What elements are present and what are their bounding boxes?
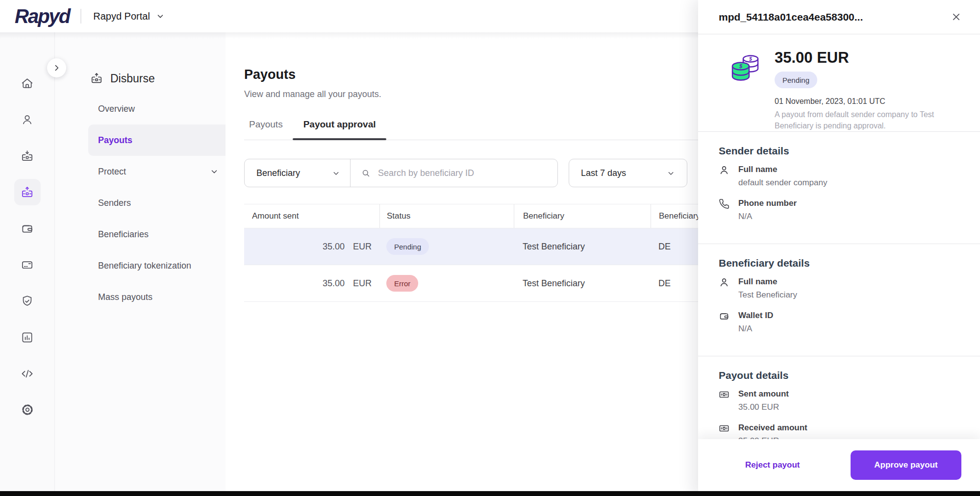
column-header-beneficiary: Beneficiary <box>514 204 651 228</box>
date-range-dropdown[interactable]: Last 7 days <box>569 159 687 187</box>
menu-item-payouts[interactable]: Payouts <box>88 124 230 156</box>
detail-item: Phone number N/A <box>719 198 959 222</box>
section-heading: Payout details <box>719 369 959 382</box>
menu-item-label: Senders <box>98 198 131 208</box>
status-badge: Error <box>386 275 418 292</box>
menu-item-senders[interactable]: Senders <box>88 187 230 219</box>
menu-header: Disburse <box>55 70 226 87</box>
menu-item-overview[interactable]: Overview <box>88 93 230 124</box>
search-input[interactable] <box>377 168 547 179</box>
sidebar-item-analytics[interactable] <box>0 319 54 355</box>
close-icon <box>951 12 961 22</box>
payout-summary: $ $ 35.00 EUR Pending 01 November, 2023,… <box>698 34 980 131</box>
date-range-value: Last 7 days <box>581 168 626 178</box>
panel-footer: Reject payout Approve payout <box>698 439 980 491</box>
payout-description: A payout from default sender company to … <box>775 109 959 131</box>
menu-item-mass-payouts[interactable]: Mass payouts <box>88 281 230 313</box>
menu-item-label: Beneficiary tokenization <box>98 261 191 271</box>
detail-value: N/A <box>738 211 797 222</box>
header-divider <box>80 9 81 24</box>
amount-cell: 35.00 EUR <box>244 278 379 289</box>
sidebar-item-disburse[interactable] <box>0 174 54 210</box>
portal-label: Rapyd Portal <box>93 11 150 22</box>
status-cell: Pending <box>379 238 514 255</box>
payout-amount: 35.00 EUR <box>775 49 959 67</box>
menu-item-beneficiaries[interactable]: Beneficiaries <box>88 219 230 250</box>
detail-label: Received amount <box>738 422 807 433</box>
currency-code: EUR <box>353 278 372 289</box>
card-icon <box>21 258 34 272</box>
portal-switcher[interactable]: Rapyd Portal <box>93 11 165 22</box>
search-category-dropdown[interactable]: Beneficiary <box>245 159 351 187</box>
menu-title: Disburse <box>110 72 155 85</box>
detail-item: Full name Test Beneficiary <box>719 276 959 300</box>
status-badge: Pending <box>386 238 429 255</box>
sidebar-item-customers[interactable] <box>0 101 54 138</box>
menu-item-beneficiary-tokenization[interactable]: Beneficiary tokenization <box>88 250 230 281</box>
menu-item-protect[interactable]: Protect <box>88 156 230 187</box>
tab-payouts[interactable]: Payouts <box>249 119 283 140</box>
disburse-menu: Disburse Overview Payouts Protect Sender… <box>55 32 226 496</box>
tab-payout-approval[interactable]: Payout approval <box>303 119 376 140</box>
menu-item-label: Overview <box>98 104 135 114</box>
screen-bottom-edge <box>0 491 980 496</box>
detail-value: 35.00 EUR <box>738 402 789 413</box>
detail-label: Phone number <box>738 198 797 209</box>
section-heading: Sender details <box>719 145 959 157</box>
reject-payout-button[interactable]: Reject payout <box>742 460 803 471</box>
sidebar-item-cards[interactable] <box>0 247 54 283</box>
developers-code-icon <box>21 367 34 380</box>
detail-label: Sent amount <box>738 389 789 399</box>
analytics-icon <box>21 331 34 344</box>
sidebar-item-collect[interactable] <box>0 138 54 174</box>
column-header-status: Status <box>379 204 514 228</box>
amount-value: 35.00 <box>323 242 345 252</box>
rapyd-logo: Rapyd <box>15 5 80 27</box>
user-icon <box>719 165 729 188</box>
section-heading: Beneficiary details <box>719 257 959 270</box>
menu-item-label: Protect <box>98 167 126 177</box>
sidebar-item-home[interactable] <box>0 65 54 101</box>
beneficiary-cell: Test Beneficiary <box>514 278 651 289</box>
detail-item: Wallet ID N/A <box>719 310 959 334</box>
approve-payout-button[interactable]: Approve payout <box>851 450 961 480</box>
phone-icon <box>719 198 729 222</box>
menu-item-label: Payouts <box>98 135 132 146</box>
search-filter-group: Beneficiary <box>244 159 558 187</box>
sidebar-item-wallet[interactable] <box>0 210 54 247</box>
sidebar-item-developers[interactable] <box>0 355 54 392</box>
disburse-icon <box>90 72 103 85</box>
detail-item: Full name default sender company <box>719 164 959 188</box>
chevron-down-icon <box>156 12 165 21</box>
icon-sidebar <box>0 32 55 496</box>
detail-value: default sender company <box>738 177 827 188</box>
detail-value: N/A <box>738 323 773 334</box>
coins-icon: $ $ <box>729 53 762 131</box>
close-panel-button[interactable] <box>949 10 963 24</box>
svg-text:$: $ <box>739 63 743 69</box>
customers-icon <box>21 113 34 126</box>
payout-date: 01 November, 2023, 01:01 UTC <box>775 97 959 106</box>
payout-status-row: Pending <box>775 72 959 88</box>
chevron-down-icon <box>332 169 340 177</box>
detail-label: Full name <box>738 276 797 287</box>
banknote-icon <box>719 389 729 413</box>
menu-item-label: Beneficiaries <box>98 229 149 240</box>
sidebar-expand-button[interactable] <box>47 58 66 77</box>
sidebar-item-settings[interactable] <box>0 392 54 428</box>
panel-body: $ $ 35.00 EUR Pending 01 November, 2023,… <box>698 34 980 496</box>
detail-item: Sent amount 35.00 EUR <box>719 389 959 413</box>
detail-label: Full name <box>738 164 827 175</box>
home-icon <box>21 77 34 90</box>
disburse-icon <box>14 179 41 205</box>
user-icon <box>719 277 729 300</box>
status-cell: Error <box>379 275 514 292</box>
compliance-shield-icon <box>21 295 34 308</box>
sidebar-item-compliance[interactable] <box>0 283 54 319</box>
svg-text:$: $ <box>749 56 752 62</box>
settings-gear-icon <box>21 403 34 417</box>
wallet-icon <box>719 311 729 334</box>
payout-detail-panel: mpd_54118a01cea4ea58300... $ $ <box>698 0 980 496</box>
detail-value: Test Beneficiary <box>738 290 797 300</box>
currency-code: EUR <box>353 242 372 252</box>
